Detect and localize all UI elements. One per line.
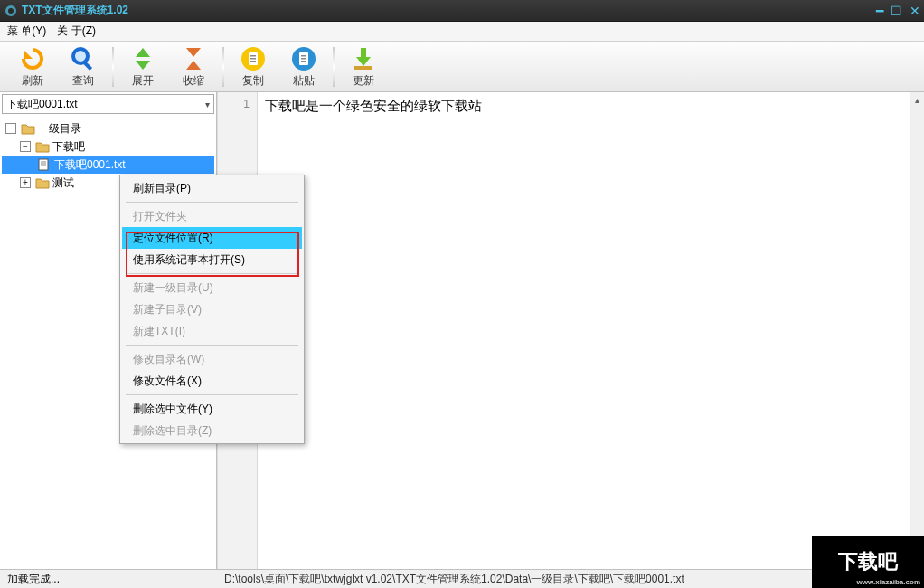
folder-icon [21,122,35,135]
combo-value: 下载吧0001.txt [6,97,78,112]
cm-refresh-dir[interactable]: 刷新目录(P) [122,177,302,199]
tree-node-file-selected[interactable]: 下载吧0001.txt [2,156,214,174]
cm-new-sub: 新建子目录(V) [122,299,302,320]
menu-bar: 菜 单(Y) 关 于(Z) [0,22,924,42]
cm-separator [126,394,298,395]
watermark-text: 下载吧 [838,548,898,575]
search-icon [69,44,98,73]
minimize-button[interactable]: ━ [876,4,883,18]
app-icon [4,4,18,18]
toolbar-separator [333,47,335,87]
svg-point-1 [8,8,14,14]
editor-area: 1 下载吧是一个绿色安全的绿软下载站 ▴ ▾ [217,92,924,569]
cm-open-notepad[interactable]: 使用系统记事本打开(S) [122,249,302,270]
menu-about[interactable]: 关 于(Z) [57,24,96,39]
cm-new-txt: 新建TXT(I) [122,320,302,342]
watermark-sub: www.xiazaiba.com [857,578,920,586]
cm-del-dir: 删除选中目录(Z) [122,420,302,441]
tree-label: 下载吧 [52,139,85,155]
svg-rect-3 [83,62,92,71]
status-left: 加载完成... [7,572,224,587]
file-icon [37,158,52,171]
svg-rect-7 [250,58,256,60]
toolbar-separator [222,47,224,87]
svg-rect-8 [250,61,256,62]
update-icon [349,44,378,73]
tree-label: 测试 [52,175,74,191]
cm-separator [126,273,298,274]
folder-icon [35,140,50,153]
svg-rect-15 [39,159,48,170]
scroll-up-icon[interactable]: ▴ [910,92,924,107]
paste-icon [289,44,318,73]
status-bar: 加载完成... D:\tools\桌面\下载吧\txtwjglxt v1.02\… [0,569,924,588]
update-button[interactable]: 更新 [338,43,389,90]
paste-button[interactable]: 粘贴 [278,43,329,90]
svg-point-2 [73,49,88,63]
folder-icon [35,176,50,189]
collapse-toggle-icon[interactable]: − [20,141,31,152]
cm-locate-file[interactable]: 定位文件位置(R) [122,227,302,249]
expand-button[interactable]: 展开 [118,43,168,90]
line-number: 1 [218,98,250,110]
tree-node-folder[interactable]: − 下载吧 [2,138,214,156]
expand-toggle-icon[interactable]: + [20,177,31,188]
svg-rect-14 [354,66,372,70]
editor-line: 下载吧是一个绿色安全的绿软下载站 [265,99,482,113]
toolbar-separator [112,47,114,87]
refresh-button[interactable]: 刷新 [7,43,58,90]
close-button[interactable]: ✕ [910,4,920,18]
menu-main[interactable]: 菜 单(Y) [7,24,46,39]
collapse-button[interactable]: 收缩 [168,43,219,90]
window-controls: ━ ☐ ✕ [876,4,920,18]
context-menu: 刷新目录(P) 打开文件夹 定位文件位置(R) 使用系统记事本打开(S) 新建一… [119,175,305,444]
cm-separator [126,345,298,346]
cm-separator [126,202,298,203]
maximize-button[interactable]: ☐ [891,4,902,18]
collapse-icon [179,44,208,73]
cm-new-root: 新建一级目录(U) [122,277,302,299]
search-button[interactable]: 查询 [58,43,108,90]
watermark-logo: 下载吧 www.xiazaiba.com [812,536,924,588]
vertical-scrollbar[interactable]: ▴ ▾ [910,92,924,569]
window-title: TXT文件管理系统1.02 [22,3,876,18]
copy-icon [239,44,268,73]
expand-icon [128,44,157,73]
copy-button[interactable]: 复制 [228,43,278,90]
title-bar: TXT文件管理系统1.02 ━ ☐ ✕ [0,0,924,22]
cm-open-folder: 打开文件夹 [122,205,302,227]
cm-rename-file[interactable]: 修改文件名(X) [122,370,302,392]
refresh-icon [18,44,47,73]
tree-node-root[interactable]: − 一级目录 [2,119,214,138]
cm-rename-dir: 修改目录名(W) [122,348,302,370]
toolbar: 刷新 查询 展开 收缩 复制 粘贴 更新 [0,42,924,92]
combo-arrow-icon: ▾ [205,100,210,109]
svg-rect-11 [301,55,306,57]
tree-label: 一级目录 [38,121,81,137]
text-editor[interactable]: 下载吧是一个绿色安全的绿软下载站 [258,92,910,569]
tree-label: 下载吧0001.txt [54,157,126,173]
svg-rect-12 [301,58,306,60]
svg-rect-13 [301,61,306,62]
cm-del-file[interactable]: 删除选中文件(Y) [122,398,302,420]
svg-rect-6 [250,55,256,57]
collapse-toggle-icon[interactable]: − [5,123,16,134]
file-combo[interactable]: 下载吧0001.txt ▾ [2,94,214,114]
